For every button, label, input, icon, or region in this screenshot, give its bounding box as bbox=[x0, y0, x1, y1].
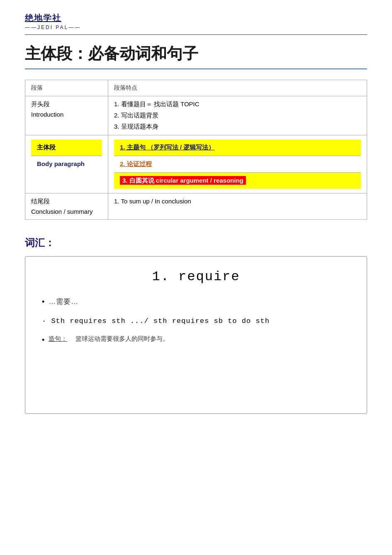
body-label-en: Body paragraph bbox=[31, 156, 102, 171]
table-header-col1: 段落 bbox=[25, 80, 108, 96]
logo-divider bbox=[25, 34, 367, 35]
bullet-dot-1: • bbox=[42, 297, 44, 307]
title-divider bbox=[25, 68, 367, 69]
example-label: 造句： bbox=[49, 335, 67, 343]
conclusion-item-1: 1. To sum up / In conclusion bbox=[114, 198, 361, 205]
body-en-text: Body paragraph bbox=[37, 160, 85, 167]
conclusion-label-cn: 结尾段 bbox=[31, 198, 102, 205]
table-header-col2: 段落特点 bbox=[108, 80, 367, 96]
body-right-cell: 1. 主题句 （罗列写法 / 逻辑写法） 2. 论证过程 3. 白圆其说 cir… bbox=[108, 135, 367, 193]
page-title: 主体段：必备动词和句子 bbox=[25, 43, 367, 64]
body-right-text2: 2. 论证过程 bbox=[120, 160, 152, 167]
vocab-example: • 造句： 篮球运动需要很多人的同时参与。 bbox=[42, 335, 350, 345]
conclusion-left-cell: 结尾段 Conclusion / summary bbox=[25, 193, 108, 220]
table-row-conclusion: 结尾段 Conclusion / summary 1. To sum up / … bbox=[25, 193, 367, 220]
body-left-cell: 主体段 Body paragraph bbox=[25, 135, 108, 193]
vocab-english-pattern: · Sth requires sth .../ sth requires sb … bbox=[42, 317, 350, 325]
table-header-row: 段落 段落特点 bbox=[25, 80, 367, 96]
conclusion-label-en: Conclusion / summary bbox=[31, 208, 102, 215]
vocab-box: 1. require • …需要… · Sth requires sth ...… bbox=[25, 256, 367, 414]
intro-label-en: Introduction bbox=[31, 111, 102, 118]
intro-label-cn: 开头段 bbox=[31, 100, 102, 108]
logo-area: 绝地学社 ——JEDI PAL—— bbox=[25, 12, 367, 30]
main-table: 段落 段落特点 开头段 Introduction 1. 看懂题目＝ 找出话题 T… bbox=[25, 80, 367, 220]
body-label-cn: 主体段 bbox=[31, 139, 102, 156]
logo-chinese: 绝地学社 bbox=[25, 12, 61, 24]
logo-english: ——JEDI PAL—— bbox=[25, 24, 81, 30]
vocab-meaning-cn: …需要… bbox=[49, 297, 78, 306]
body-right-text1: 1. 主题句 （罗列写法 / 逻辑写法） bbox=[120, 144, 214, 151]
body-right-text3: 3. 白圆其说 circular argument / reasoning bbox=[120, 176, 246, 185]
body-right-item3: 3. 白圆其说 circular argument / reasoning bbox=[114, 173, 361, 189]
table-row-body: 主体段 Body paragraph 1. 主题句 （罗列写法 / 逻辑写法） … bbox=[25, 135, 367, 193]
example-text: 篮球运动需要很多人的同时参与。 bbox=[75, 335, 169, 343]
table-row-intro: 开头段 Introduction 1. 看懂题目＝ 找出话题 TOPIC 2. … bbox=[25, 96, 367, 135]
body-cn-text: 主体段 bbox=[37, 144, 56, 151]
vocab-section-title: 词汇： bbox=[25, 236, 367, 249]
intro-item-1: 1. 看懂题目＝ 找出话题 TOPIC bbox=[114, 100, 361, 108]
vocab-bullet-1: • …需要… bbox=[42, 297, 350, 307]
intro-item-3: 3. 呈现话题本身 bbox=[114, 123, 361, 131]
vocab-item-number: 1. require bbox=[42, 269, 350, 284]
intro-right-cell: 1. 看懂题目＝ 找出话题 TOPIC 2. 写出话题背景 3. 呈现话题本身 bbox=[108, 96, 367, 135]
intro-item-2: 2. 写出话题背景 bbox=[114, 112, 361, 120]
conclusion-right-cell: 1. To sum up / In conclusion bbox=[108, 193, 367, 220]
example-bullet: • bbox=[42, 335, 44, 345]
body-right-item2: 2. 论证过程 bbox=[114, 156, 361, 173]
body-right-item1: 1. 主题句 （罗列写法 / 逻辑写法） bbox=[114, 139, 361, 156]
intro-left-cell: 开头段 Introduction bbox=[25, 96, 108, 135]
